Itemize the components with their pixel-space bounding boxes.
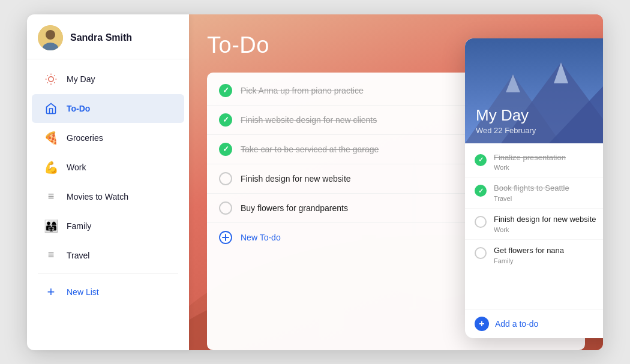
myday-task-info-1: Finalize presentation Work bbox=[494, 153, 603, 172]
app-container: Sandra Smith My D bbox=[27, 14, 603, 350]
task-text-5: Buy flowers for grandparents bbox=[241, 203, 348, 213]
svg-point-1 bbox=[46, 30, 55, 40]
new-list-icon: + bbox=[43, 284, 59, 300]
myday-task-text-3: Finish design for new website bbox=[494, 215, 603, 225]
svg-line-10 bbox=[47, 82, 48, 83]
myday-checkbox-4[interactable] bbox=[475, 247, 487, 259]
sidebar-item-new-list[interactable]: + New List bbox=[32, 278, 184, 306]
myday-task-3[interactable]: Finish design for new website Work bbox=[465, 209, 603, 240]
sidebar-item-to-do-label: To-Do bbox=[67, 104, 90, 113]
myday-title: My Day bbox=[476, 106, 603, 125]
myday-task-info-2: Book flights to Seattle Travel bbox=[494, 183, 603, 202]
work-icon: 💪 bbox=[43, 159, 59, 176]
to-do-icon bbox=[43, 100, 59, 117]
sidebar-item-travel[interactable]: ≡ Travel bbox=[32, 241, 184, 270]
add-task-icon bbox=[219, 231, 232, 244]
myday-task-category-1: Work bbox=[494, 164, 603, 171]
profile-name: Sandra Smith bbox=[70, 32, 132, 43]
task-checkbox-3[interactable] bbox=[219, 143, 232, 156]
myday-add-label: Add a to-do bbox=[495, 319, 538, 329]
myday-checkbox-3[interactable] bbox=[475, 216, 487, 228]
main-panel: To-Do Pick Anna up from piano practice F… bbox=[189, 14, 603, 350]
sidebar-item-travel-label: Travel bbox=[67, 251, 89, 260]
myday-task-list: Finalize presentation Work Book flights … bbox=[465, 143, 603, 309]
sidebar-item-work[interactable]: 💪 Work bbox=[32, 153, 184, 182]
myday-task-category-3: Work bbox=[494, 226, 603, 233]
add-task-label: New To-do bbox=[241, 233, 281, 242]
svg-line-7 bbox=[54, 82, 55, 83]
myday-task-text-2: Book flights to Seattle bbox=[494, 183, 603, 194]
sidebar-item-work-label: Work bbox=[67, 163, 86, 172]
sidebar-item-movies-label: Movies to Watch bbox=[67, 192, 128, 201]
myday-task-2[interactable]: Book flights to Seattle Travel bbox=[465, 178, 603, 209]
myday-task-info-3: Finish design for new website Work bbox=[494, 215, 603, 233]
sidebar-item-my-day-label: My Day bbox=[67, 74, 95, 84]
myday-task-category-4: Family bbox=[494, 257, 603, 264]
task-checkbox-1[interactable] bbox=[219, 84, 232, 97]
sidebar-item-movies[interactable]: ≡ Movies to Watch bbox=[32, 182, 184, 211]
sidebar-item-family[interactable]: 👨‍👩‍👧 Family bbox=[32, 212, 184, 240]
my-day-icon bbox=[43, 71, 59, 88]
task-text-1: Pick Anna up from piano practice bbox=[241, 86, 364, 95]
myday-task-4[interactable]: Get flowers for nana Family bbox=[465, 240, 603, 270]
task-text-4: Finish design for new website bbox=[241, 174, 351, 183]
myday-task-info-4: Get flowers for nana Family bbox=[494, 246, 603, 264]
svg-line-11 bbox=[54, 75, 55, 76]
task-checkbox-4[interactable] bbox=[219, 172, 232, 185]
myday-checkbox-1[interactable] bbox=[475, 154, 487, 166]
sidebar-item-groceries-label: Groceries bbox=[67, 133, 103, 143]
sidebar-item-groceries[interactable]: 🍕 Groceries bbox=[32, 124, 184, 152]
sidebar-item-to-do[interactable]: To-Do bbox=[32, 94, 184, 123]
avatar bbox=[38, 25, 63, 50]
family-icon: 👨‍👩‍👧 bbox=[43, 218, 59, 234]
myday-task-category-2: Travel bbox=[494, 195, 603, 202]
nav-divider bbox=[38, 273, 178, 274]
myday-task-text-4: Get flowers for nana bbox=[494, 246, 603, 256]
svg-point-3 bbox=[49, 76, 53, 81]
task-checkbox-2[interactable] bbox=[219, 113, 232, 127]
task-text-3: Take car to be serviced at the garage bbox=[241, 145, 379, 154]
task-checkbox-5[interactable] bbox=[219, 201, 232, 215]
sidebar-item-family-label: Family bbox=[67, 221, 91, 231]
myday-add-icon: + bbox=[475, 317, 489, 331]
svg-line-6 bbox=[47, 75, 48, 76]
myday-checkbox-2[interactable] bbox=[475, 185, 487, 197]
myday-add-button[interactable]: + Add a to-do bbox=[465, 309, 603, 338]
myday-task-1[interactable]: Finalize presentation Work bbox=[465, 147, 603, 178]
movies-icon: ≡ bbox=[43, 188, 59, 205]
sidebar: Sandra Smith My D bbox=[27, 14, 189, 350]
task-text-2: Finish website design for new clients bbox=[241, 115, 377, 125]
sidebar-item-new-list-label: New List bbox=[67, 287, 99, 297]
myday-header: My Day Wed 22 February bbox=[465, 38, 603, 143]
travel-icon: ≡ bbox=[43, 247, 59, 264]
myday-panel: My Day Wed 22 February Finalize presenta… bbox=[465, 38, 603, 338]
groceries-icon: 🍕 bbox=[43, 130, 59, 146]
myday-task-text-1: Finalize presentation bbox=[494, 153, 603, 163]
myday-date: Wed 22 February bbox=[476, 126, 603, 135]
sidebar-item-my-day[interactable]: My Day bbox=[32, 65, 184, 94]
sidebar-nav: My Day To-Do 🍕 Groceries 💪 Work bbox=[27, 59, 189, 344]
profile-section: Sandra Smith bbox=[27, 14, 189, 59]
